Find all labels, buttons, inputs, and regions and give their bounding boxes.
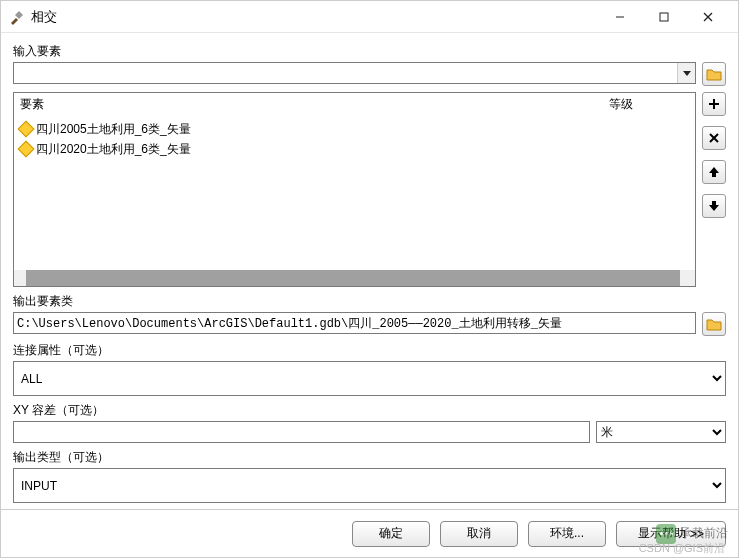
horizontal-scrollbar[interactable] <box>14 270 695 286</box>
add-button[interactable] <box>702 92 726 116</box>
maximize-button[interactable] <box>642 3 686 31</box>
xy-unit-select[interactable]: 米 <box>596 421 726 443</box>
system-buttons <box>598 3 730 31</box>
csdn-watermark: CSDN @GIS前沿 <box>639 541 725 556</box>
window-title: 相交 <box>31 8 598 26</box>
dropdown-arrow-icon <box>677 63 695 83</box>
move-down-button[interactable] <box>702 194 726 218</box>
feature-layer-icon <box>18 121 35 138</box>
output-fc-label: 输出要素类 <box>13 293 726 310</box>
list-item[interactable]: 四川2020土地利用_6类_矢量 <box>20 139 689 159</box>
input-features-label: 输入要素 <box>13 43 726 60</box>
close-button[interactable] <box>686 3 730 31</box>
browse-output-button[interactable] <box>702 312 726 336</box>
svg-marker-10 <box>709 201 719 211</box>
dialog-content: 输入要素 要素 等级 <box>1 33 738 509</box>
ok-button[interactable]: 确定 <box>352 521 430 547</box>
button-bar: 确定 取消 环境... 显示帮助 >> 承载前沿 <box>1 509 738 557</box>
xy-tol-input[interactable] <box>13 421 590 443</box>
join-attr-label: 连接属性（可选） <box>13 342 726 359</box>
minimize-button[interactable] <box>598 3 642 31</box>
join-attr-select[interactable]: ALL <box>13 361 726 396</box>
environment-button[interactable]: 环境... <box>528 521 606 547</box>
feature-name: 四川2020土地利用_6类_矢量 <box>36 141 191 158</box>
output-type-label: 输出类型（可选） <box>13 449 726 466</box>
col-rank-header: 等级 <box>609 96 689 113</box>
svg-marker-4 <box>683 71 691 76</box>
dialog-window: 相交 输入要素 <box>0 0 739 558</box>
browse-input-button[interactable] <box>702 62 726 86</box>
remove-button[interactable] <box>702 126 726 150</box>
output-path-input[interactable] <box>13 312 696 334</box>
feature-name: 四川2005土地利用_6类_矢量 <box>36 121 191 138</box>
move-up-button[interactable] <box>702 160 726 184</box>
list-rows: 四川2005土地利用_6类_矢量 四川2020土地利用_6类_矢量 <box>14 119 695 270</box>
hammer-icon <box>9 9 25 25</box>
svg-rect-1 <box>660 13 668 21</box>
col-feature-header: 要素 <box>20 96 609 113</box>
xy-tol-label: XY 容差（可选） <box>13 402 726 419</box>
feature-layer-icon <box>18 141 35 158</box>
svg-marker-9 <box>709 167 719 177</box>
titlebar: 相交 <box>1 1 738 33</box>
cancel-button[interactable]: 取消 <box>440 521 518 547</box>
list-item[interactable]: 四川2005土地利用_6类_矢量 <box>20 119 689 139</box>
features-listbox[interactable]: 要素 等级 四川2005土地利用_6类_矢量 四川2020土地利用_6类_矢量 <box>13 92 696 287</box>
list-header: 要素 等级 <box>14 93 695 119</box>
list-side-buttons <box>702 92 726 287</box>
scrollbar-thumb[interactable] <box>26 270 680 286</box>
output-type-select[interactable]: INPUT <box>13 468 726 503</box>
input-features-dropdown[interactable] <box>13 62 696 84</box>
